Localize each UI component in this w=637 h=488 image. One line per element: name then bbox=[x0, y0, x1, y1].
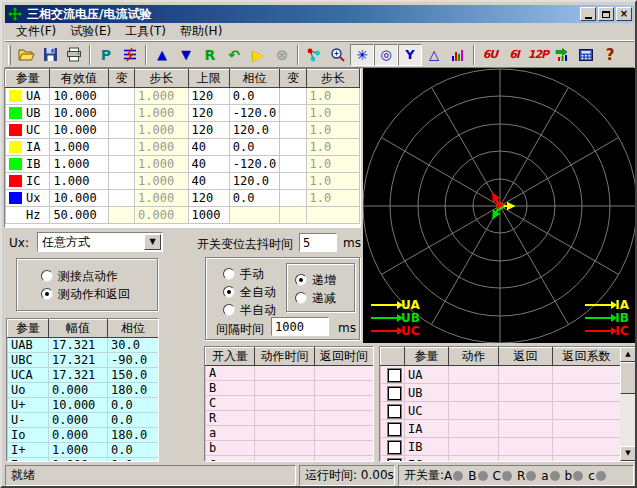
rms-cell[interactable]: 10.000 bbox=[50, 88, 108, 105]
row-checkbox[interactable] bbox=[388, 387, 401, 400]
twelve-phase-icon[interactable]: 12P bbox=[526, 44, 550, 66]
phase-cell[interactable]: 120.0 bbox=[229, 122, 279, 139]
limit-cell[interactable]: 40 bbox=[188, 156, 229, 173]
rms-cell[interactable]: 10.000 bbox=[50, 122, 108, 139]
step-cell[interactable]: 1.0 bbox=[306, 105, 360, 122]
limit-cell[interactable]: 120 bbox=[188, 122, 229, 139]
step-cell[interactable]: 1.000 bbox=[135, 88, 188, 105]
vary-cell[interactable] bbox=[108, 190, 134, 207]
step-cell[interactable]: 1.000 bbox=[135, 190, 188, 207]
vary-cell[interactable] bbox=[280, 139, 306, 156]
zoom-icon[interactable] bbox=[326, 44, 350, 66]
rms-cell[interactable]: 1.000 bbox=[50, 139, 108, 156]
menu-item[interactable]: 帮助(H) bbox=[173, 22, 229, 41]
step-cell[interactable] bbox=[306, 207, 360, 224]
open-icon[interactable] bbox=[14, 44, 38, 66]
scroll-down-icon[interactable]: ▼ bbox=[620, 446, 636, 461]
phase-cell[interactable] bbox=[229, 207, 279, 224]
rms-cell[interactable]: 1.000 bbox=[50, 156, 108, 173]
undo-icon[interactable]: ↶ bbox=[222, 44, 246, 66]
wye-connection-icon[interactable]: Y bbox=[398, 44, 422, 66]
phase-cell[interactable]: -120.0 bbox=[229, 156, 279, 173]
start-icon[interactable]: ▶ bbox=[246, 44, 270, 66]
limit-cell[interactable]: 120 bbox=[188, 190, 229, 207]
vary-cell[interactable] bbox=[108, 122, 134, 139]
polar-rings-icon[interactable]: ◎ bbox=[374, 44, 398, 66]
measure-mode-option[interactable]: 测动作和返回 bbox=[41, 285, 157, 303]
rms-cell[interactable]: 50.000 bbox=[50, 207, 108, 224]
phase-cell[interactable]: 0.0 bbox=[229, 190, 279, 207]
debounce-input[interactable] bbox=[299, 233, 337, 252]
close-button[interactable]: × bbox=[616, 7, 632, 21]
vary-cell[interactable] bbox=[280, 173, 306, 190]
row-checkbox[interactable] bbox=[388, 441, 401, 454]
limit-cell[interactable]: 40 bbox=[188, 139, 229, 156]
vary-cell[interactable] bbox=[280, 88, 306, 105]
limit-cell[interactable]: 1000 bbox=[188, 207, 229, 224]
step-cell[interactable]: 1.0 bbox=[306, 190, 360, 207]
phase-cell[interactable]: 120.0 bbox=[229, 173, 279, 190]
run-mode-option[interactable]: 手动 bbox=[223, 265, 276, 283]
vary-cell[interactable] bbox=[108, 173, 134, 190]
vary-cell[interactable] bbox=[280, 156, 306, 173]
measure-mode-option[interactable]: 测接点动作 bbox=[41, 267, 157, 285]
save-icon[interactable] bbox=[38, 44, 62, 66]
run-mode-option[interactable]: 全自动 bbox=[223, 283, 276, 301]
direction-option[interactable]: 递增 bbox=[295, 271, 354, 289]
step-cell[interactable]: 1.0 bbox=[306, 139, 360, 156]
six-voltage-icon[interactable]: 6U bbox=[478, 44, 502, 66]
run-mode-option[interactable]: 半自动 bbox=[223, 301, 276, 319]
scrollbar-thumb[interactable] bbox=[620, 362, 636, 394]
delta-connection-icon[interactable]: △ bbox=[422, 44, 446, 66]
bar-graph-icon[interactable] bbox=[446, 44, 470, 66]
interval-input[interactable] bbox=[271, 317, 329, 336]
menu-item[interactable]: 试验(E) bbox=[63, 22, 118, 41]
phase-cell[interactable]: 0.0 bbox=[229, 139, 279, 156]
ux-mode-select[interactable]: 任意方式 ▼ bbox=[37, 232, 163, 252]
vary-cell[interactable] bbox=[280, 122, 306, 139]
step-up-icon[interactable]: ▲ bbox=[150, 44, 174, 66]
reset-icon[interactable]: R bbox=[198, 44, 222, 66]
step-down-icon[interactable]: ▼ bbox=[174, 44, 198, 66]
step-cell[interactable]: 1.000 bbox=[135, 122, 188, 139]
row-checkbox[interactable] bbox=[388, 369, 401, 382]
vary-cell[interactable] bbox=[280, 190, 306, 207]
vary-cell[interactable] bbox=[280, 207, 306, 224]
scroll-up-icon[interactable]: ▲ bbox=[620, 347, 636, 362]
crosshair-view-icon[interactable]: ✳ bbox=[350, 44, 374, 66]
maximize-button[interactable] bbox=[598, 7, 614, 21]
limit-cell[interactable]: 120 bbox=[188, 105, 229, 122]
direction-option[interactable]: 递减 bbox=[295, 289, 354, 307]
output-report-icon[interactable] bbox=[550, 44, 574, 66]
vary-cell[interactable] bbox=[280, 105, 306, 122]
row-checkbox[interactable] bbox=[388, 459, 401, 463]
step-cell[interactable]: 0.000 bbox=[135, 207, 188, 224]
step-cell[interactable]: 1.000 bbox=[135, 173, 188, 190]
step-cell[interactable]: 1.0 bbox=[306, 156, 360, 173]
six-current-icon[interactable]: 6I bbox=[502, 44, 526, 66]
phase-cell[interactable]: -120.0 bbox=[229, 105, 279, 122]
vector-graph-icon[interactable] bbox=[302, 44, 326, 66]
step-cell[interactable]: 1.0 bbox=[306, 88, 360, 105]
row-checkbox[interactable] bbox=[388, 423, 401, 436]
vary-cell[interactable] bbox=[108, 105, 134, 122]
row-checkbox[interactable] bbox=[388, 405, 401, 418]
phase-cell[interactable]: 0.0 bbox=[229, 88, 279, 105]
limit-cell[interactable]: 120 bbox=[188, 88, 229, 105]
menu-item[interactable]: 工具(T) bbox=[118, 22, 173, 41]
step-cell[interactable]: 1.0 bbox=[306, 122, 360, 139]
vary-cell[interactable] bbox=[108, 156, 134, 173]
minimize-button[interactable] bbox=[580, 7, 596, 21]
limit-cell[interactable]: 40 bbox=[188, 173, 229, 190]
rms-cell[interactable]: 10.000 bbox=[50, 190, 108, 207]
vertical-scrollbar[interactable]: ▲ ▼ bbox=[620, 347, 636, 461]
step-cell[interactable]: 1.000 bbox=[135, 156, 188, 173]
stop-icon[interactable]: ⊗ bbox=[270, 44, 294, 66]
vary-cell[interactable] bbox=[108, 139, 134, 156]
menu-item[interactable]: 文件(F) bbox=[9, 22, 63, 41]
step-cell[interactable]: 1.000 bbox=[135, 105, 188, 122]
calculator-icon[interactable] bbox=[574, 44, 598, 66]
pt-setting-icon[interactable]: P bbox=[94, 44, 118, 66]
help-icon[interactable]: ? bbox=[598, 44, 622, 66]
step-cell[interactable]: 1.0 bbox=[306, 173, 360, 190]
